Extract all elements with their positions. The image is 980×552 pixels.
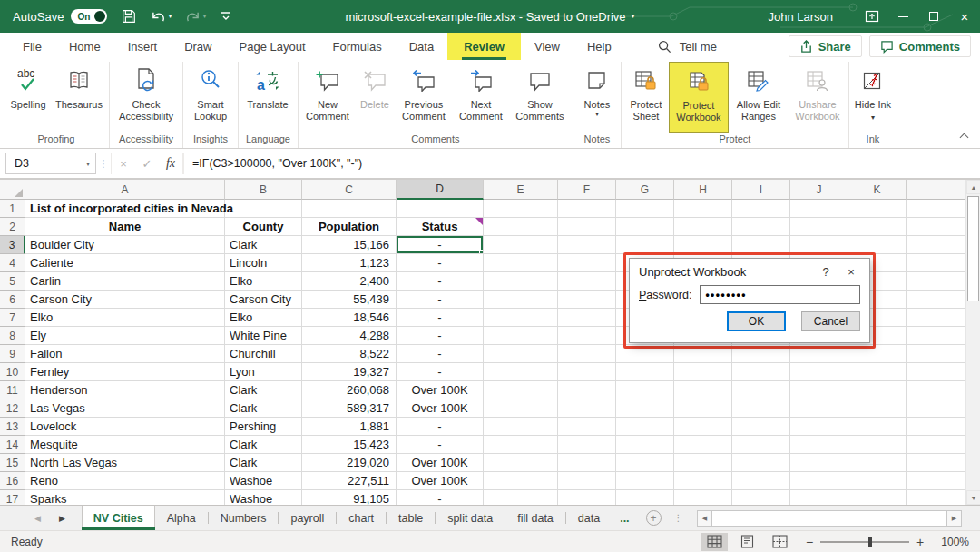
previous-sheet-icon[interactable]: ◀ <box>34 514 41 523</box>
cell-B1[interactable] <box>225 200 302 218</box>
cell-A13[interactable]: Lovelock <box>25 418 225 436</box>
cell-D5[interactable]: - <box>397 272 484 291</box>
cell-H15[interactable] <box>674 454 732 472</box>
allow-edit-ranges-button[interactable]: Allow Edit Ranges <box>729 62 789 133</box>
cell-C17[interactable]: 91,105 <box>302 490 397 505</box>
column-header-K[interactable]: K <box>848 180 906 200</box>
scroll-left-icon[interactable]: ◀ <box>697 510 712 527</box>
cell-J11[interactable] <box>790 381 848 399</box>
smart-lookup-button[interactable]: Smart Lookup <box>185 62 236 133</box>
cell-J12[interactable] <box>790 399 848 418</box>
cell-G14[interactable] <box>616 436 674 454</box>
ribbon-tab-review[interactable]: Review <box>447 33 521 60</box>
column-header-A[interactable]: A <box>25 180 225 200</box>
sheet-tab-chart[interactable]: chart <box>337 506 386 530</box>
cell-A7[interactable]: Elko <box>25 309 225 327</box>
cell-D1[interactable] <box>397 200 484 218</box>
cell-F4[interactable] <box>558 254 616 272</box>
cell-E13[interactable] <box>484 418 558 436</box>
cell-F3[interactable] <box>558 236 616 254</box>
cell-E16[interactable] <box>484 472 558 490</box>
cell-I2[interactable] <box>732 218 790 236</box>
cell-F6[interactable] <box>558 291 616 309</box>
cell-A8[interactable]: Ely <box>25 327 225 345</box>
sheet-tab-table[interactable]: table <box>387 506 435 530</box>
cell-J3[interactable] <box>790 236 848 254</box>
cell-C12[interactable]: 589,317 <box>302 399 397 418</box>
cell-B10[interactable]: Lyon <box>225 363 302 381</box>
new-comment-button[interactable]: New Comment <box>300 62 355 133</box>
new-sheet-button[interactable]: + <box>646 510 662 526</box>
sheet-tab-fill-data[interactable]: fill data <box>505 506 565 530</box>
minimize-button[interactable] <box>887 0 918 33</box>
cell-A16[interactable]: Reno <box>25 472 225 490</box>
cell-E7[interactable] <box>484 309 558 327</box>
cell-A5[interactable]: Carlin <box>25 272 225 291</box>
cell-K3[interactable] <box>848 236 906 254</box>
maximize-button[interactable] <box>918 0 949 33</box>
cell-A9[interactable]: Fallon <box>25 345 225 363</box>
cell-D10[interactable]: - <box>397 363 484 381</box>
cell-K1[interactable] <box>848 200 906 218</box>
row-header-3[interactable]: 3 <box>0 236 25 254</box>
cell-H2[interactable] <box>674 218 732 236</box>
cell-D12[interactable]: Over 100K <box>397 399 484 418</box>
cell-D8[interactable]: - <box>397 327 484 345</box>
page-break-preview-button[interactable] <box>766 533 793 551</box>
cell-F17[interactable] <box>558 490 616 505</box>
ribbon-tab-help[interactable]: Help <box>573 33 625 60</box>
delete-comment-button[interactable]: Delete <box>355 62 395 133</box>
column-header-J[interactable]: J <box>790 180 848 200</box>
cell-F8[interactable] <box>558 327 616 345</box>
cell-B3[interactable]: Clark <box>225 236 302 254</box>
cell-filler-13[interactable] <box>906 418 965 436</box>
cell-E15[interactable] <box>484 454 558 472</box>
row-header-16[interactable]: 16 <box>0 472 25 490</box>
cell-B12[interactable]: Clark <box>225 399 302 418</box>
cell-H12[interactable] <box>674 399 732 418</box>
cell-K15[interactable] <box>848 454 906 472</box>
cell-C2[interactable]: Population <box>302 218 397 236</box>
row-header-7[interactable]: 7 <box>0 309 25 327</box>
cell-G3[interactable] <box>616 236 674 254</box>
autosave-switch[interactable]: On <box>71 9 107 24</box>
column-header-C[interactable]: C <box>302 180 397 200</box>
cell-A1[interactable]: List of incorporated cities in Nevada <box>25 200 225 218</box>
cell-filler-14[interactable] <box>906 436 965 454</box>
enter-formula-button[interactable]: ✓ <box>135 157 159 171</box>
cell-E12[interactable] <box>484 399 558 418</box>
cell-D4[interactable]: - <box>397 254 484 272</box>
cell-B14[interactable]: Clark <box>225 436 302 454</box>
row-header-11[interactable]: 11 <box>0 381 25 399</box>
cell-G1[interactable] <box>616 200 674 218</box>
cell-A11[interactable]: Henderson <box>25 381 225 399</box>
cell-A10[interactable]: Fernley <box>25 363 225 381</box>
cell-E6[interactable] <box>484 291 558 309</box>
cell-E10[interactable] <box>484 363 558 381</box>
name-box-caret-icon[interactable]: ▾ <box>86 160 90 168</box>
next-sheet-icon[interactable]: ▶ <box>59 514 65 523</box>
tell-me-box[interactable]: Tell me <box>658 33 717 60</box>
cell-J13[interactable] <box>790 418 848 436</box>
cell-E14[interactable] <box>484 436 558 454</box>
cell-D14[interactable]: - <box>397 436 484 454</box>
cell-filler-10[interactable] <box>906 363 965 381</box>
vertical-scroll-thumb[interactable] <box>967 196 979 301</box>
cell-G11[interactable] <box>616 381 674 399</box>
cell-D13[interactable]: - <box>397 418 484 436</box>
cell-C14[interactable]: 15,423 <box>302 436 397 454</box>
scroll-right-icon[interactable]: ▶ <box>946 510 962 527</box>
row-header-6[interactable]: 6 <box>0 291 25 309</box>
cell-K11[interactable] <box>848 381 906 399</box>
sheet-tab-numbers[interactable]: Numbers <box>209 506 279 530</box>
cell-B8[interactable]: White Pine <box>225 327 302 345</box>
cell-A3[interactable]: Boulder City <box>25 236 225 254</box>
row-header-5[interactable]: 5 <box>0 272 25 291</box>
row-header-13[interactable]: 13 <box>0 418 25 436</box>
row-header-1[interactable]: 1 <box>0 200 25 218</box>
cell-C7[interactable]: 18,546 <box>302 309 397 327</box>
cell-C10[interactable]: 19,327 <box>302 363 397 381</box>
cell-C5[interactable]: 2,400 <box>302 272 397 291</box>
cell-F14[interactable] <box>558 436 616 454</box>
thesaurus-button[interactable]: Thesaurus <box>51 62 107 133</box>
